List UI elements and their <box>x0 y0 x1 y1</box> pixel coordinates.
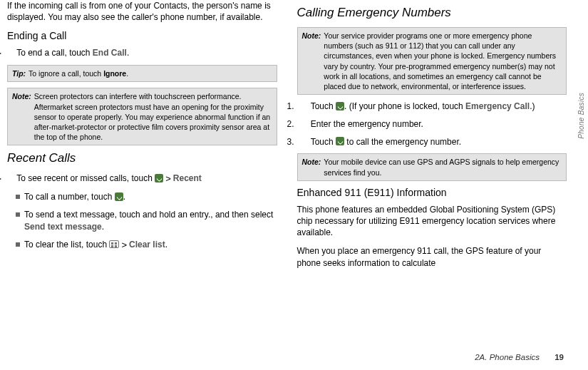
phone-icon <box>115 192 123 201</box>
substep-text: To send a text message, touch and hold a… <box>24 210 273 220</box>
step-1: 1. Touch . (If your phone is locked, tou… <box>310 101 567 113</box>
step-suffix: to call the emergency number. <box>344 137 461 147</box>
triangle-bullet-icon: ▸ <box>7 173 14 185</box>
phone-icon <box>336 102 344 111</box>
note-label: Note: <box>302 157 324 177</box>
step-suffix: . <box>127 48 129 58</box>
substep-suffix: . <box>123 192 125 202</box>
emergency-call-label: Emergency Call <box>465 101 530 111</box>
substep-suffix: . <box>165 240 167 250</box>
note-callout-emergency: Note: Your service provider programs one… <box>297 27 567 95</box>
step-text: Touch <box>311 137 336 147</box>
tip-prefix: To ignore a call, touch <box>29 69 103 78</box>
triangle-bullet-icon: ▸ <box>7 47 14 59</box>
substep-text: To clear the list, touch <box>24 240 109 250</box>
step-text: Touch <box>311 101 336 111</box>
heading-recent-calls: Recent Calls <box>7 151 277 165</box>
square-bullet-icon <box>16 242 20 247</box>
square-bullet-icon <box>16 212 20 217</box>
page-footer: 2A. Phone Basics 19 <box>475 353 564 361</box>
substep-send-text: To send a text message, touch and hold a… <box>24 209 277 233</box>
substep-text: To call a number, touch <box>24 192 115 202</box>
phone-icon <box>336 137 344 145</box>
heading-calling-emergency: Calling Emergency Numbers <box>297 6 567 20</box>
substep-clear-list: To clear the list, touch >Clear list. <box>24 239 277 252</box>
tip-label: Tip: <box>12 68 29 78</box>
step-text: To end a call, touch <box>16 48 93 58</box>
note-text: Your service provider programs one or mo… <box>324 31 562 91</box>
note-label: Note: <box>12 91 34 142</box>
tip-suffix: . <box>126 69 128 78</box>
menu-icon <box>109 240 119 248</box>
intro-paragraph: If the incoming call is from one of your… <box>7 0 277 23</box>
tip-callout: Tip: To ignore a call, touch Ignore. <box>7 65 277 82</box>
step-end-call: ▸ To end a call, touch End Call. <box>17 47 277 59</box>
heading-e911: Enhanced 911 (E911) Information <box>297 187 567 198</box>
emergency-steps: 1. Touch . (If your phone is locked, tou… <box>297 101 567 148</box>
step-mid: . (If your phone is locked, touch <box>344 101 465 111</box>
heading-ending-call: Ending a Call <box>7 30 277 41</box>
tip-text: To ignore a call, touch Ignore. <box>29 68 272 78</box>
side-tab-label: Phone Basics <box>577 93 585 139</box>
send-text-label: Send text message <box>24 222 102 232</box>
end-call-label: End Call <box>93 48 127 58</box>
note-label: Note: <box>302 31 324 91</box>
note-callout-protectors: Note: Screen protectors can interfere wi… <box>7 88 277 145</box>
chevron-right-icon: > <box>119 240 129 250</box>
note-text: Your mobile device can use GPS and AGPS … <box>324 157 562 177</box>
step-text: Enter the emergency number. <box>311 119 423 129</box>
p-e911-2: When you place an emergency 911 call, th… <box>297 245 567 268</box>
step-text: To see recent or missed calls, touch <box>16 173 155 183</box>
substep-suffix: . <box>102 222 104 232</box>
step-3: 3. Touch to call the emergency number. <box>310 136 567 148</box>
footer-page-number: 19 <box>555 353 564 361</box>
step-recent-calls: ▸ To see recent or missed calls, touch >… <box>17 173 277 185</box>
substep-call-number: To call a number, touch . <box>24 191 277 203</box>
ignore-label: Ignore <box>103 69 126 78</box>
note-callout-gps: Note: Your mobile device can use GPS and… <box>297 153 567 180</box>
note-text: Screen protectors can interfere with tou… <box>34 91 272 142</box>
footer-section: 2A. Phone Basics <box>475 353 540 361</box>
square-bullet-icon <box>16 195 20 199</box>
clear-list-label: Clear list <box>129 240 165 250</box>
phone-icon <box>155 174 163 183</box>
p-e911-1: This phone features an embedded Global P… <box>297 204 567 239</box>
chevron-right-icon: > <box>163 173 173 184</box>
recent-label: Recent <box>173 173 202 183</box>
step-2: 2. Enter the emergency number. <box>310 118 567 130</box>
step-suffix: .) <box>530 101 535 111</box>
